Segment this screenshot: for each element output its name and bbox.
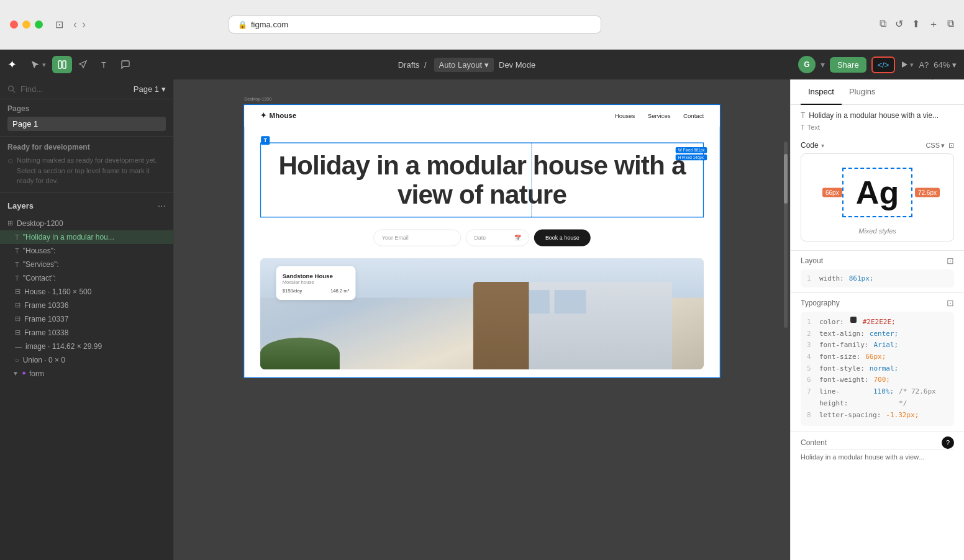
layer-item[interactable]: T "Services": [0,258,173,271]
nav-link-houses[interactable]: Houses [615,112,635,119]
tree [260,338,340,369]
layer-item[interactable]: ⊟ Frame 10336 [0,299,173,312]
email-input[interactable]: Your Email [373,230,461,246]
layer-label: image · 114.62 × 29.99 [25,342,102,351]
figma-logo[interactable]: ✦ [7,58,17,71]
refresh-icon[interactable]: ↺ [895,18,903,31]
lang-chevron-icon: ▾ [941,142,945,150]
zoom-label: 64% [934,60,950,70]
house-card-details: $150/day 148.2 m² [283,288,350,294]
pages-section: Pages Page 1 [0,99,173,137]
tab-plugins[interactable]: Plugins [842,79,883,105]
search-input[interactable] [20,84,129,94]
element-name: T Holiday in a modular house with a vie.… [791,105,964,122]
code-chevron-icon: ▾ [821,142,824,149]
typography-code-block: 1 color: #2E2E2E; 2 text-align: center; … [801,312,954,426]
auto-layout-label: Auto Layout [439,60,482,70]
layout-copy-button[interactable]: ⊡ [947,256,954,266]
maximize-button[interactable] [35,20,43,29]
layers-more-button[interactable]: ··· [158,201,166,212]
canvas-area[interactable]: Desktop-1200 ✦ Mhouse Houses Services Co… [174,79,790,560]
code-lang-selector[interactable]: CSS ▾ ⊡ [925,142,954,150]
layer-item[interactable]: ▼ ✦ form [0,367,173,381]
panel-tabs: Inspect Plugins [791,79,964,105]
breadcrumb: Drafts / [398,60,429,70]
layers-title: Layers [7,201,34,210]
layers-section: Layers ··· ⊞ Desktop-1200 T "Holiday in … [0,193,173,561]
layer-item[interactable]: T "Contact": [0,271,173,285]
nav-forward-button[interactable]: › [82,18,86,31]
browser-right-icons: ⧉ ↺ ⬆ ＋ ⧉ [880,18,954,31]
sidebar-toggle-icon[interactable]: ⊡ [55,19,63,30]
svg-point-4 [9,86,14,91]
code-line-1: 1 color: #2E2E2E; [807,317,948,328]
dash-icon: — [15,343,22,350]
text-tool[interactable]: T [94,56,114,73]
sidebar-item-page1[interactable]: Page 1 [7,117,166,131]
svg-line-5 [13,91,15,93]
layer-item[interactable]: — image · 114.62 × 29.99 [0,340,173,353]
design-frame-wrapper: Desktop-1200 ✦ Mhouse Houses Services Co… [243,104,721,378]
svg-text:T: T [101,60,106,70]
page-selector[interactable]: Page 1 ▾ [134,84,166,94]
layer-label: "Houses": [23,246,56,255]
close-button[interactable] [10,20,18,29]
minimize-button[interactable] [22,20,30,29]
select-tool[interactable]: ▾ [25,56,51,73]
frame-tool[interactable] [52,56,72,73]
layer-item[interactable]: ⊞ Desktop-1200 [0,217,173,230]
layer-item[interactable]: ○ Union · 0 × 0 [0,353,173,367]
share-browser-icon[interactable]: ⬆ [912,18,920,31]
element-type-icon: T [801,111,805,120]
avatar[interactable]: G [798,56,816,73]
code-icon: </> [878,60,889,70]
code-label: Code [801,141,819,150]
layer-item[interactable]: T "Holiday in a modular hou... [0,230,173,244]
tab-inspect[interactable]: Inspect [801,79,842,105]
share-button[interactable]: Share [830,57,866,73]
layer-item[interactable]: ⊟ House · 1,160 × 500 [0,285,173,299]
code-line-8: 8 letter-spacing: -1.32px; [807,410,948,422]
auto-layout-button[interactable]: Auto Layout ▾ [434,58,494,72]
content-title: Content [801,438,827,447]
traffic-lights [10,20,43,29]
book-house-button[interactable]: Book a house [534,230,591,246]
pen-tool[interactable] [73,56,93,73]
element-name-label: Holiday in a modular house with a vie... [809,111,939,120]
screen-mirror-icon[interactable]: ⧉ [880,18,886,31]
layer-item[interactable]: ⊟ Frame 10338 [0,326,173,340]
content-help-button[interactable]: ? [942,436,954,449]
date-input[interactable]: Date 📅 [466,230,529,246]
help-icon: ? [946,439,950,446]
copy-icon[interactable]: ⧉ [947,18,954,31]
right-panel: Inspect Plugins T Holiday in a modular h… [790,79,964,560]
nav-link-contact[interactable]: Contact [683,112,704,119]
annotation-area: Inspect Plugins [791,79,964,105]
code-line-2: 2 text-align: center; [807,328,948,340]
copy-code-icon[interactable]: ⊡ [948,142,954,150]
canvas-scrollbar[interactable] [784,142,788,328]
layout-header: Layout ⊡ [801,256,954,266]
ag-preview: 66px Ag 72.6px [807,160,947,225]
nav-link-services[interactable]: Services [648,112,671,119]
comment-tool[interactable] [116,56,135,73]
mhouse-navbar: ✦ Mhouse Houses Services Contact [244,105,719,127]
play-button[interactable]: ▾ [900,60,914,69]
nav-back-button[interactable]: ‹ [73,18,77,31]
typography-copy-button[interactable]: ⊡ [947,298,954,308]
drafts-link[interactable]: Drafts [398,60,420,70]
house-card: Sandstone House Modular house $150/day 1… [276,266,355,300]
new-tab-icon[interactable]: ＋ [929,18,939,31]
dev-mode-button[interactable]: Dev Mode [499,60,535,70]
code-property: width: [819,274,844,282]
zoom-button[interactable]: 64% ▾ [934,60,957,70]
dev-code-button[interactable]: </> [871,56,896,73]
address-bar[interactable]: 🔒 figma.com [229,16,601,34]
frame-icon: ⊟ [15,315,20,323]
browser-nav: ‹ › [73,18,86,31]
ag-letter-box: Ag [842,168,912,217]
avatar-chevron-icon[interactable]: ▾ [821,60,825,70]
layer-item[interactable]: T "Houses": [0,244,173,258]
accessibility-button[interactable]: A? [919,60,929,70]
layer-item[interactable]: ⊟ Frame 10337 [0,312,173,326]
